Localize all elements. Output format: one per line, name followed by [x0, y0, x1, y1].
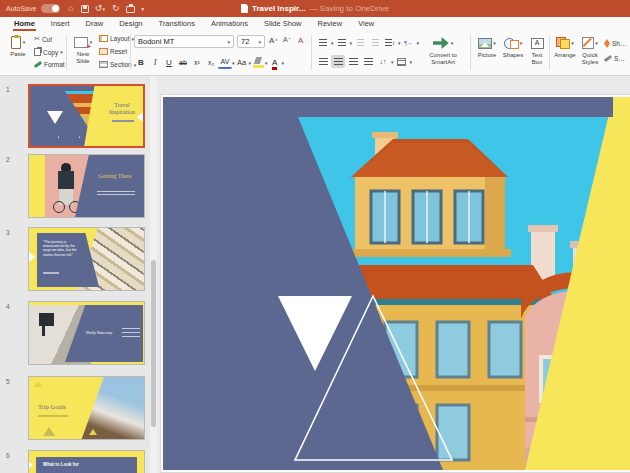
align-right-button[interactable] — [346, 55, 360, 68]
quick-styles-button[interactable]: ▾ Quick Styles — [578, 35, 602, 65]
triangle-decorations[interactable] — [163, 97, 630, 470]
strikethrough-button[interactable]: ab — [176, 56, 190, 69]
font-color-caret[interactable]: ▾ — [282, 60, 285, 66]
font-size-combo[interactable]: 72▾ — [237, 35, 265, 48]
font-name-combo[interactable]: Bodoni MT▾ — [134, 35, 234, 48]
character-spacing-button[interactable]: AV — [218, 57, 232, 69]
slide-number: 5 — [6, 378, 10, 385]
slide-thumbnail-3[interactable]: "The journey is measured not by the ways… — [28, 227, 145, 291]
change-case-button[interactable]: Aa — [235, 56, 249, 69]
shape-outline-button[interactable]: Shape Outline — [604, 55, 628, 62]
highlighter-icon — [253, 57, 264, 68]
reset-icon — [99, 48, 108, 55]
slide-number: 3 — [6, 229, 10, 236]
new-slide-icon — [74, 37, 88, 48]
autosave-toggle[interactable] — [41, 4, 60, 13]
tab-home[interactable]: Home — [6, 17, 43, 31]
decrease-indent-button[interactable] — [353, 36, 367, 49]
subscript-button[interactable]: x₂ — [204, 56, 218, 69]
panel-scrollbar-thumb[interactable] — [151, 260, 156, 427]
document-title: Travel Inspir... — [252, 4, 305, 13]
thumb5-title: Trip Goals — [38, 403, 66, 410]
undo-icon[interactable]: ↺▾ — [94, 4, 105, 14]
text-direction-button[interactable]: ¶↔ — [402, 36, 416, 49]
slide-canvas-area — [158, 76, 630, 473]
layout-button[interactable]: Layout▾ — [99, 35, 134, 42]
superscript-button[interactable]: x² — [190, 56, 204, 69]
tab-draw[interactable]: Draw — [78, 17, 112, 31]
justify-icon — [364, 58, 373, 65]
line-spacing-button[interactable]: ↕ — [383, 36, 397, 49]
ribbon-separator — [130, 35, 131, 70]
picture-button[interactable]: ▾ Picture — [474, 35, 500, 59]
clear-formatting-button[interactable]: A◌ — [298, 36, 308, 45]
italic-button[interactable]: I — [148, 56, 162, 69]
cut-icon: ✂ — [34, 35, 40, 43]
justify-button[interactable] — [361, 55, 375, 68]
copy-button[interactable]: Copy▾ — [34, 48, 63, 56]
thumb6-title: What to Look for — [43, 462, 79, 467]
line-spacing-icon — [385, 39, 392, 46]
copy-icon — [34, 48, 41, 56]
bold-button[interactable]: B — [134, 56, 148, 69]
align-objects-caret[interactable]: ▾ — [410, 59, 413, 65]
shape-fill-button[interactable]: Shape Fill — [604, 39, 628, 48]
grow-font-button[interactable]: A^ — [269, 36, 278, 45]
line-spacing-caret[interactable]: ▾ — [398, 40, 401, 46]
cut-button[interactable]: ✂Cut — [34, 35, 52, 43]
shrink-font-button[interactable]: Aˇ — [283, 36, 290, 43]
thumb3-quote: "The journey is measured not by the ways… — [43, 240, 79, 257]
font-color-button[interactable]: A — [268, 56, 282, 69]
section-icon — [99, 61, 108, 68]
bullets-caret[interactable]: ▾ — [331, 40, 334, 46]
format-painter-icon — [34, 61, 42, 68]
print-icon[interactable] — [126, 6, 135, 13]
arrange-button[interactable]: ▾ Arrange — [552, 35, 578, 59]
slide-thumbnail-5[interactable]: Trip Goals — [28, 376, 145, 440]
save-icon[interactable] — [81, 5, 89, 13]
home-icon[interactable]: ⌂ — [65, 4, 76, 13]
slide-thumbnail-1[interactable]: Travel Inspiration — [28, 84, 145, 148]
numbering-button[interactable] — [335, 36, 349, 49]
tab-transitions[interactable]: Transitions — [150, 17, 202, 31]
format-painter-button[interactable]: Format — [34, 61, 65, 68]
slide-thumbnail-6[interactable]: What to Look for — [28, 450, 145, 473]
paste-button[interactable]: ▾ Paste — [4, 34, 32, 58]
tab-slideshow[interactable]: Slide Show — [256, 17, 310, 31]
ribbon: ▾ Paste ✂Cut Copy▾ Format ▾ New Slide La… — [0, 31, 630, 76]
redo-icon[interactable]: ↻ — [110, 4, 121, 13]
bullets-button[interactable] — [316, 36, 330, 49]
title-bar: AutoSave ⌂ ↺▾ ↻ ▼ Travel Inspir... — Sav… — [0, 0, 630, 17]
slide-thumbnail-2[interactable]: Getting There — [28, 154, 145, 218]
ribbon-tab-bar: Home Insert Draw Design Transitions Anim… — [0, 17, 630, 31]
shapes-button[interactable]: ▾ Shapes — [500, 35, 526, 59]
new-slide-button[interactable]: ▾ New Slide — [70, 34, 96, 64]
slide-thumbnail-4[interactable]: Daily Itinerary — [28, 301, 145, 365]
vertical-align-caret[interactable]: ▾ — [391, 59, 394, 65]
align-right-icon — [349, 58, 358, 65]
tab-view[interactable]: View — [350, 17, 382, 31]
slide-number: 2 — [6, 156, 10, 163]
tab-review[interactable]: Review — [310, 17, 351, 31]
slide-editor[interactable] — [163, 97, 630, 470]
tab-animations[interactable]: Animations — [203, 17, 256, 31]
numbering-caret[interactable]: ▾ — [350, 40, 353, 46]
panel-scrollbar[interactable] — [150, 76, 157, 473]
align-center-button[interactable] — [331, 55, 345, 68]
bullets-icon — [319, 39, 327, 46]
shapes-icon — [504, 37, 519, 49]
shape-outline-icon — [604, 55, 612, 62]
customize-toolbar-icon[interactable]: ▼ — [140, 6, 145, 12]
increase-indent-button[interactable] — [368, 36, 382, 49]
align-left-icon — [319, 58, 328, 65]
underline-button[interactable]: U — [162, 56, 176, 69]
reset-button[interactable]: Reset — [99, 48, 127, 55]
tab-insert[interactable]: Insert — [43, 17, 78, 31]
convert-smartart-button[interactable]: ▾ Convert to SmartArt — [418, 35, 468, 65]
text-box-button[interactable]: A Text Box — [526, 35, 548, 65]
text-highlight-button[interactable] — [251, 56, 265, 69]
align-objects-button[interactable] — [395, 55, 409, 68]
align-left-button[interactable] — [316, 55, 330, 68]
vertical-align-button[interactable]: ↓↑ — [376, 55, 390, 68]
tab-design[interactable]: Design — [111, 17, 150, 31]
